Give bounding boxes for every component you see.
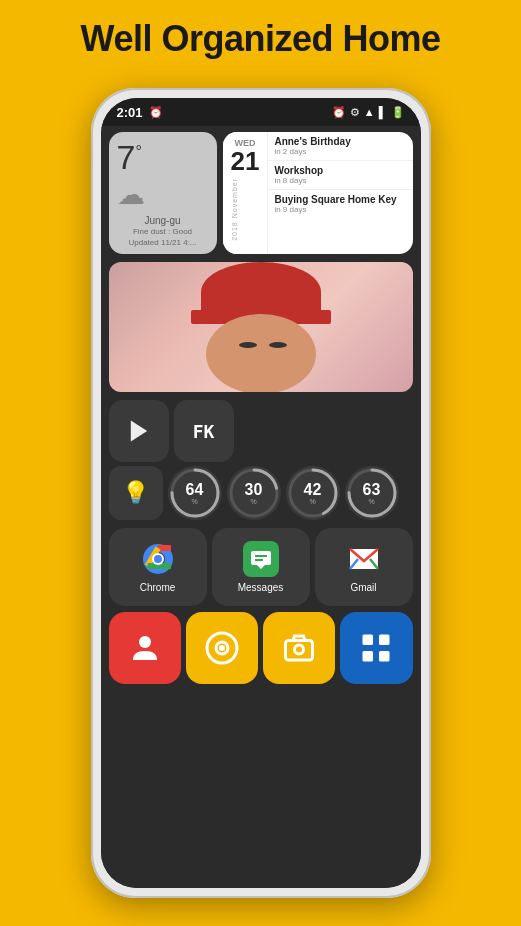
svg-point-24 [219, 645, 225, 651]
grid-icon [358, 630, 394, 666]
play-store-tile[interactable] [109, 400, 169, 462]
weather-widget[interactable]: 7° ☁ Jung-gu Fine dust : Good Updated 11… [109, 132, 217, 254]
bottom-tile-row [101, 610, 421, 688]
file-manager-icon: FK [193, 421, 215, 442]
main-app-row: Chrome Messages [101, 524, 421, 610]
prog-circle-4 [345, 466, 399, 520]
camera-circle-tile[interactable] [186, 612, 258, 684]
camera-photo-icon [281, 630, 317, 666]
cal-year-month: 2018 November [231, 178, 238, 241]
top-widgets-row: 7° ☁ Jung-gu Fine dust : Good Updated 11… [101, 126, 421, 258]
phone-inner: 2:01 ⏰ ⏰ ⚙ ▲ ▌ 🔋 7° ☁ Jung [101, 98, 421, 888]
camera-circle-icon [204, 630, 240, 666]
gmail-tile[interactable]: Gmail [315, 528, 413, 606]
messages-icon [243, 541, 279, 577]
messages-label: Messages [238, 582, 284, 593]
svg-rect-27 [363, 635, 374, 646]
gmail-icon [346, 541, 382, 577]
svg-marker-14 [257, 565, 265, 569]
alarm-icon: ⏰ [149, 106, 163, 119]
chrome-icon [140, 541, 176, 577]
prog-tile-3[interactable]: 42 % [286, 466, 340, 520]
svg-rect-28 [379, 635, 390, 646]
alarm2-icon: ⏰ [332, 106, 346, 119]
svg-point-12 [154, 555, 162, 563]
prog-circle-2 [227, 466, 281, 520]
prog-tile-1[interactable]: 64 % [168, 466, 222, 520]
face-skin [206, 314, 316, 392]
quick-tiles-row: FK [101, 396, 421, 466]
phone-shell: 2:01 ⏰ ⏰ ⚙ ▲ ▌ 🔋 7° ☁ Jung [91, 88, 431, 898]
bulb-icon: 💡 [122, 480, 149, 506]
prog-tile-4[interactable]: 63 % [345, 466, 399, 520]
camera-photo-tile[interactable] [263, 612, 335, 684]
status-bar: 2:01 ⏰ ⏰ ⚙ ▲ ▌ 🔋 [101, 98, 421, 126]
svg-marker-0 [130, 421, 146, 442]
cal-event-1: Anne's Birthday in 2 days [268, 132, 412, 161]
prog-tile-2[interactable]: 30 % [227, 466, 281, 520]
svg-point-26 [295, 645, 304, 654]
file-manager-tile[interactable]: FK [174, 400, 234, 462]
photo-widget [109, 262, 413, 392]
svg-rect-13 [251, 551, 271, 565]
cal-date-col: WED 21 2018 November [223, 132, 269, 254]
weather-dust: Fine dust : Good Updated 11/21 4:... [117, 226, 209, 248]
status-time: 2:01 [117, 105, 143, 120]
spacer [239, 400, 413, 462]
weather-temp: 7° [117, 140, 209, 174]
calendar-widget[interactable]: WED 21 2018 November Anne's Birthday in … [223, 132, 413, 254]
chrome-label: Chrome [140, 582, 176, 593]
cal-event-3: Buying Square Home Key in 9 days [268, 190, 412, 218]
contacts-tile[interactable] [109, 612, 181, 684]
widget-prog-row: 💡 64 % 30 % [101, 466, 421, 524]
bulb-tile[interactable]: 💡 [109, 466, 163, 520]
weather-cloud-icon: ☁ [117, 178, 209, 211]
apps-grid-tile[interactable] [340, 612, 412, 684]
status-icons: ⏰ ⚙ ▲ ▌ 🔋 [332, 106, 405, 119]
prog-circle-1 [168, 466, 222, 520]
photo-face [109, 262, 413, 392]
signal-icon: ▌ [379, 106, 387, 118]
wifi-icon: ▲ [364, 106, 375, 118]
svg-rect-30 [379, 651, 390, 662]
svg-rect-29 [363, 651, 374, 662]
cal-day-num: 21 [231, 148, 260, 174]
gmail-label: Gmail [350, 582, 376, 593]
battery-icon: 🔋 [391, 106, 405, 119]
cal-event-2: Workshop in 8 days [268, 161, 412, 190]
person-icon [127, 630, 163, 666]
prog-circle-3 [286, 466, 340, 520]
svg-point-21 [139, 636, 151, 648]
chrome-tile[interactable]: Chrome [109, 528, 207, 606]
weather-location: Jung-gu [117, 215, 209, 226]
screen-content: 7° ☁ Jung-gu Fine dust : Good Updated 11… [101, 126, 421, 888]
status-left: 2:01 ⏰ [117, 105, 163, 120]
play-store-icon [125, 417, 153, 445]
messages-tile[interactable]: Messages [212, 528, 310, 606]
svg-rect-25 [286, 641, 313, 661]
settings-icon: ⚙ [350, 106, 360, 119]
page-title: Well Organized Home [0, 0, 521, 70]
cal-events: Anne's Birthday in 2 days Workshop in 8 … [268, 132, 412, 254]
messages-svg [249, 547, 273, 571]
